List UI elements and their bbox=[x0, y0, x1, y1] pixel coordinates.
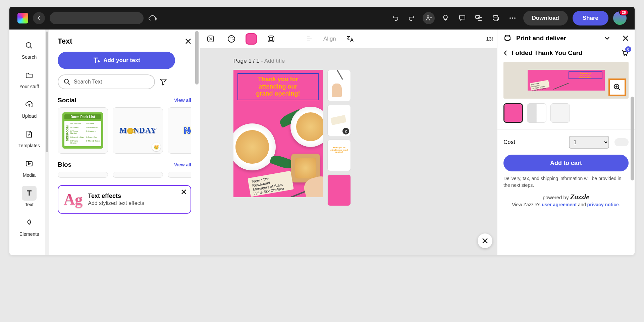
global-search-input[interactable] bbox=[50, 12, 144, 24]
privacy-notice-link[interactable]: privacy notice bbox=[587, 202, 619, 207]
template-dorm-pack-list[interactable]: Dorm Pack List BEDROOM ComforterTowels S… bbox=[58, 107, 108, 154]
cart-button[interactable]: 0 bbox=[621, 49, 629, 57]
view-all-bios[interactable]: View all bbox=[174, 162, 191, 167]
close-icon bbox=[185, 38, 191, 44]
close-print-panel[interactable] bbox=[623, 35, 629, 41]
page-thumb-2[interactable]: 2 bbox=[327, 105, 351, 136]
app-window: Download Share 26 Search Your stuff Uplo… bbox=[9, 7, 635, 255]
template-bio-1[interactable] bbox=[58, 172, 108, 178]
add-to-cart-button[interactable]: Add to cart bbox=[503, 155, 629, 171]
thumb-text: Sheets bbox=[70, 126, 85, 129]
rail-label: Search bbox=[22, 54, 37, 60]
zoom-preview-button[interactable] bbox=[608, 78, 626, 96]
print-scrollbar-thumb[interactable] bbox=[631, 97, 634, 180]
app-logo-icon[interactable] bbox=[17, 13, 28, 23]
cost-label: Cost bbox=[503, 139, 515, 146]
redo-button[interactable] bbox=[406, 12, 418, 24]
design-canvas[interactable]: Thank you for attending our grand openin… bbox=[233, 70, 323, 197]
variant-front[interactable] bbox=[503, 103, 523, 123]
rail-item-your-stuff[interactable]: Your stuff bbox=[9, 64, 49, 93]
product-title: Folded Thank You Card bbox=[512, 49, 616, 57]
fill-color-swatch[interactable] bbox=[246, 33, 257, 45]
template-new[interactable]: New bbox=[168, 107, 191, 154]
thumb-text: Thumb Tacks bbox=[86, 140, 100, 145]
thumb-text: Throw Blanket bbox=[70, 130, 85, 135]
invite-collaborator-button[interactable] bbox=[423, 12, 435, 24]
zoom-in-icon bbox=[613, 84, 621, 91]
food-bowl-graphic bbox=[233, 123, 276, 170]
search-icon bbox=[64, 78, 70, 85]
page-title-hint[interactable]: - Add title bbox=[260, 58, 285, 64]
svg-point-13 bbox=[233, 39, 234, 40]
cart-count-badge: 0 bbox=[625, 46, 631, 52]
thumb-text: Phone Charger bbox=[70, 140, 85, 145]
page-number-badge: 2 bbox=[342, 128, 349, 135]
more-icon[interactable] bbox=[506, 12, 519, 24]
notification-badge: 26 bbox=[619, 9, 629, 15]
text-effects-card[interactable]: Ag Text effects Add stylized text effect… bbox=[58, 185, 191, 214]
close-thumbnails-button[interactable] bbox=[478, 233, 492, 248]
print-back-button[interactable] bbox=[503, 50, 507, 56]
add-text-label: Add your text bbox=[103, 57, 140, 64]
top-bar: Download Share 26 bbox=[9, 7, 635, 30]
left-rail: Search Your stuff Upload Templates Media… bbox=[9, 30, 49, 255]
rail-item-templates[interactable]: Templates bbox=[9, 123, 49, 152]
svg-point-5 bbox=[514, 17, 516, 19]
delivery-note: Delivery, tax, and shipping information … bbox=[497, 171, 635, 189]
rail-item-elements[interactable]: Elements bbox=[9, 212, 49, 240]
canvas-toolbar: Align 13! bbox=[200, 30, 497, 48]
svg-point-10 bbox=[228, 36, 235, 42]
cloud-sync-icon[interactable] bbox=[148, 14, 157, 22]
svg-point-4 bbox=[512, 17, 513, 19]
page-thumb-4[interactable] bbox=[327, 174, 351, 206]
close-icon bbox=[181, 189, 186, 195]
tips-icon[interactable] bbox=[439, 12, 451, 24]
print-panel-title: Print and deliver bbox=[516, 35, 600, 42]
quantity-select[interactable]: 1 bbox=[569, 136, 609, 149]
canvas-background[interactable]: Page 1 / 1 - Add title Thank you for att… bbox=[200, 48, 497, 255]
rail-scrollbar-thumb[interactable] bbox=[46, 32, 48, 152]
view-all-social[interactable]: View all bbox=[174, 98, 191, 103]
tag-note: From : The Restaurant Managers at Stars … bbox=[248, 171, 294, 197]
panel-scrollbar-thumb[interactable] bbox=[195, 31, 199, 85]
user-agreement-link[interactable]: user agreement bbox=[542, 202, 577, 207]
comment-icon[interactable] bbox=[456, 12, 468, 24]
app-body: Search Your stuff Upload Templates Media… bbox=[9, 30, 635, 255]
download-button[interactable]: Download bbox=[523, 11, 568, 25]
color-palette-icon[interactable] bbox=[225, 32, 238, 46]
crop-tool-icon[interactable] bbox=[204, 32, 217, 46]
back-button[interactable] bbox=[33, 12, 45, 24]
search-text-input[interactable]: Search Text bbox=[58, 74, 155, 89]
present-icon[interactable] bbox=[473, 12, 485, 24]
page-thumb-1[interactable] bbox=[327, 70, 351, 101]
collapse-button[interactable] bbox=[604, 37, 610, 40]
template-bio-2[interactable] bbox=[113, 172, 163, 178]
print-icon[interactable] bbox=[490, 12, 502, 24]
rail-label: Your stuff bbox=[19, 84, 39, 89]
close-panel-button[interactable] bbox=[185, 38, 191, 44]
variant-inside[interactable] bbox=[527, 103, 546, 123]
folder-icon bbox=[25, 71, 33, 79]
variant-back[interactable] bbox=[550, 103, 570, 123]
rail-item-media[interactable]: Media bbox=[9, 153, 49, 181]
translate-icon[interactable] bbox=[343, 32, 357, 46]
layers-icon[interactable] bbox=[264, 32, 278, 46]
svg-point-0 bbox=[427, 16, 429, 18]
undo-button[interactable] bbox=[389, 12, 401, 24]
rail-item-text[interactable]: Text bbox=[9, 182, 49, 211]
template-bio-3[interactable] bbox=[168, 172, 191, 178]
user-avatar[interactable]: 26 bbox=[613, 11, 627, 25]
rail-item-upload[interactable]: Upload bbox=[9, 94, 49, 122]
align-icon[interactable] bbox=[303, 32, 316, 46]
page-thumb-3[interactable]: Thank you for attending our grand openin… bbox=[327, 140, 351, 171]
text-effects-subtitle: Add stylized text effects bbox=[88, 200, 144, 206]
rail-item-search[interactable]: Search bbox=[9, 35, 49, 63]
dismiss-text-effects[interactable] bbox=[181, 189, 186, 195]
add-your-text-button[interactable]: Add your text bbox=[58, 52, 175, 69]
share-button[interactable]: Share bbox=[573, 11, 608, 25]
template-monday[interactable]: MNDAY 👑 bbox=[113, 107, 163, 154]
svg-rect-1 bbox=[476, 15, 480, 18]
thumb-text: Thank you for attending our grand openin… bbox=[328, 140, 351, 160]
filter-button[interactable] bbox=[160, 78, 167, 86]
rail-label: Text bbox=[25, 202, 34, 207]
